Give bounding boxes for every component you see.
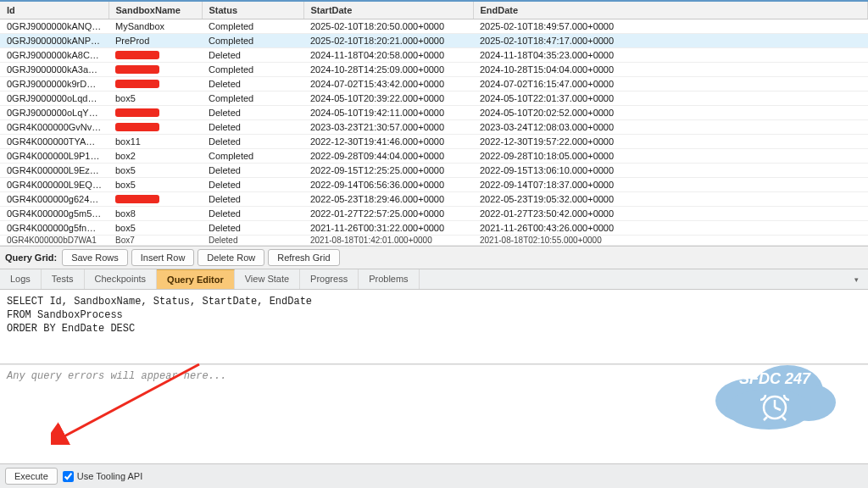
cell-startdate[interactable]: 2024-05-10T20:39:22.000+0000 — [303, 92, 473, 106]
cell-startdate[interactable]: 2025-02-10T18:20:21.000+0000 — [303, 34, 473, 48]
cell-id[interactable]: 0GRJ9000000oLqYOAU — [0, 106, 108, 120]
cell-enddate[interactable]: 2022-09-14T07:18:37.000+0000 — [473, 178, 868, 192]
cell-id[interactable]: 0GRJ9000000kANQOA2 — [0, 19, 108, 34]
cell-startdate[interactable]: 2022-09-14T06:56:36.000+0000 — [303, 178, 473, 192]
refresh-grid-button[interactable]: Refresh Grid — [268, 249, 339, 266]
col-header-status[interactable]: Status — [202, 2, 303, 19]
cell-enddate[interactable]: 2024-11-18T04:35:23.000+0000 — [473, 48, 868, 63]
cell-startdate[interactable]: 2022-09-15T12:25:25.000+0000 — [303, 164, 473, 178]
table-row[interactable]: 0GRJ9000000kA8COAUDeleted2024-11-18T04:2… — [0, 48, 868, 63]
cell-sandboxname[interactable]: Box7 — [108, 236, 202, 246]
tabs-overflow-icon[interactable]: ▾ — [846, 272, 868, 287]
table-row[interactable]: 0GRJ9000000oLqdOAEbox5Completed2024-05-1… — [0, 92, 868, 106]
cell-status[interactable]: Deleted — [202, 236, 303, 246]
table-row[interactable]: 0GR4K000000L9P1WAKbox2Completed2022-09-2… — [0, 149, 868, 164]
cell-id[interactable]: 0GR4K000000L9EzWAK — [0, 164, 108, 178]
cell-enddate[interactable]: 2022-01-27T23:50:42.000+0000 — [473, 207, 868, 221]
col-header-name[interactable]: SandboxName — [108, 2, 202, 19]
cell-id[interactable]: 0GR4K000000bD7WA1 — [0, 236, 108, 246]
tab-problems[interactable]: Problems — [359, 269, 419, 289]
cell-sandboxname[interactable]: box5 — [108, 221, 202, 236]
cell-startdate[interactable]: 2024-11-18T04:20:58.000+0000 — [303, 48, 473, 63]
tab-progress[interactable]: Progress — [300, 269, 359, 289]
table-row[interactable]: 0GR4K000000g624WAADeleted2022-05-23T18:2… — [0, 192, 868, 207]
cell-enddate[interactable]: 2023-03-24T12:08:03.000+0000 — [473, 120, 868, 135]
cell-sandboxname[interactable] — [108, 106, 202, 120]
cell-status[interactable]: Deleted — [202, 135, 303, 149]
use-tooling-api-checkbox[interactable] — [63, 471, 74, 482]
cell-enddate[interactable]: 2021-08-18T02:10:55.000+0000 — [473, 236, 868, 246]
cell-startdate[interactable]: 2022-01-27T22:57:25.000+0000 — [303, 207, 473, 221]
cell-status[interactable]: Deleted — [202, 192, 303, 207]
cell-status[interactable]: Completed — [202, 19, 303, 34]
cell-status[interactable]: Completed — [202, 92, 303, 106]
table-row[interactable]: 0GRJ9000000k9rDOAQDeleted2024-07-02T15:4… — [0, 77, 868, 92]
delete-row-button[interactable]: Delete Row — [198, 249, 264, 266]
cell-startdate[interactable]: 2024-10-28T14:25:09.000+0000 — [303, 63, 473, 77]
cell-enddate[interactable]: 2022-05-23T19:05:32.000+0000 — [473, 192, 868, 207]
cell-sandboxname[interactable] — [108, 120, 202, 135]
cell-startdate[interactable]: 2021-08-18T01:42:01.000+0000 — [303, 236, 473, 246]
cell-id[interactable]: 0GR4K000000g5fnWAA — [0, 221, 108, 236]
cell-status[interactable]: Deleted — [202, 164, 303, 178]
cell-startdate[interactable]: 2021-11-26T00:31:22.000+0000 — [303, 221, 473, 236]
tab-tests[interactable]: Tests — [42, 269, 85, 289]
table-row[interactable]: 0GRJ9000000kA3aOAECompleted2024-10-28T14… — [0, 63, 868, 77]
cell-sandboxname[interactable] — [108, 48, 202, 63]
cell-id[interactable]: 0GRJ9000000kA8COAU — [0, 48, 108, 63]
cell-status[interactable]: Deleted — [202, 221, 303, 236]
cell-id[interactable]: 0GR4K000000g5m5WAA — [0, 207, 108, 221]
insert-row-button[interactable]: Insert Row — [131, 249, 195, 266]
cell-sandboxname[interactable]: box2 — [108, 149, 202, 164]
cell-id[interactable]: 0GRJ9000000kANPOA2 — [0, 34, 108, 48]
col-header-start[interactable]: StartDate — [303, 2, 473, 19]
cell-enddate[interactable]: 2021-11-26T00:43:26.000+0000 — [473, 221, 868, 236]
cell-status[interactable]: Deleted — [202, 77, 303, 92]
cell-startdate[interactable]: 2025-02-10T18:20:50.000+0000 — [303, 19, 473, 34]
cell-startdate[interactable]: 2022-12-30T19:41:46.000+0000 — [303, 135, 473, 149]
execute-button[interactable]: Execute — [5, 468, 58, 485]
col-header-end[interactable]: EndDate — [473, 2, 868, 19]
cell-startdate[interactable]: 2023-03-23T21:30:57.000+0000 — [303, 120, 473, 135]
cell-status[interactable]: Deleted — [202, 106, 303, 120]
table-row[interactable]: 0GR4K000000TYAmWAObox11Deleted2022-12-30… — [0, 135, 868, 149]
table-row[interactable]: 0GR4K000000g5m5WAAbox8Deleted2022-01-27T… — [0, 207, 868, 221]
cell-sandboxname[interactable]: box8 — [108, 207, 202, 221]
cell-id[interactable]: 0GR4K000000GvNvWAK — [0, 120, 108, 135]
cell-sandboxname[interactable]: MySandbox — [108, 19, 202, 34]
cell-status[interactable]: Deleted — [202, 120, 303, 135]
cell-enddate[interactable]: 2024-05-10T22:01:37.000+0000 — [473, 92, 868, 106]
table-row[interactable]: 0GR4K000000GvNvWAKDeleted2023-03-23T21:3… — [0, 120, 868, 135]
table-row[interactable]: 0GR4K000000g5fnWAAbox5Deleted2021-11-26T… — [0, 221, 868, 236]
cell-id[interactable]: 0GR4K000000L9EQWA0 — [0, 178, 108, 192]
table-row[interactable]: 0GRJ9000000kANPOA2PreProdCompleted2025-0… — [0, 34, 868, 48]
cell-enddate[interactable]: 2025-02-10T18:49:57.000+0000 — [473, 19, 868, 34]
table-row[interactable]: 0GR4K000000bD7WA1Box7Deleted2021-08-18T0… — [0, 236, 868, 246]
cell-id[interactable]: 0GR4K000000g624WAA — [0, 192, 108, 207]
table-row[interactable]: 0GR4K000000L9EQWA0box5Deleted2022-09-14T… — [0, 178, 868, 192]
tab-query-editor[interactable]: Query Editor — [157, 269, 235, 289]
cell-enddate[interactable]: 2022-09-28T10:18:05.000+0000 — [473, 149, 868, 164]
cell-enddate[interactable]: 2024-10-28T15:04:04.000+0000 — [473, 63, 868, 77]
cell-id[interactable]: 0GRJ9000000k9rDOAQ — [0, 77, 108, 92]
col-header-id[interactable]: Id — [0, 2, 108, 19]
cell-sandboxname[interactable]: box11 — [108, 135, 202, 149]
tab-view-state[interactable]: View State — [235, 269, 300, 289]
cell-id[interactable]: 0GR4K000000L9P1WAK — [0, 149, 108, 164]
cell-enddate[interactable]: 2022-12-30T19:57:22.000+0000 — [473, 135, 868, 149]
cell-status[interactable]: Deleted — [202, 207, 303, 221]
cell-startdate[interactable]: 2022-05-23T18:29:46.000+0000 — [303, 192, 473, 207]
cell-sandboxname[interactable] — [108, 192, 202, 207]
cell-sandboxname[interactable] — [108, 77, 202, 92]
cell-id[interactable]: 0GRJ9000000kA3aOAE — [0, 63, 108, 77]
save-rows-button[interactable]: Save Rows — [62, 249, 128, 266]
cell-sandboxname[interactable] — [108, 63, 202, 77]
use-tooling-api-label[interactable]: Use Tooling API — [63, 471, 142, 482]
cell-sandboxname[interactable]: PreProd — [108, 34, 202, 48]
cell-status[interactable]: Completed — [202, 63, 303, 77]
cell-sandboxname[interactable]: box5 — [108, 92, 202, 106]
cell-enddate[interactable]: 2024-07-02T16:15:47.000+0000 — [473, 77, 868, 92]
tab-logs[interactable]: Logs — [0, 269, 42, 289]
cell-sandboxname[interactable]: box5 — [108, 178, 202, 192]
table-row[interactable]: 0GR4K000000L9EzWAKbox5Deleted2022-09-15T… — [0, 164, 868, 178]
